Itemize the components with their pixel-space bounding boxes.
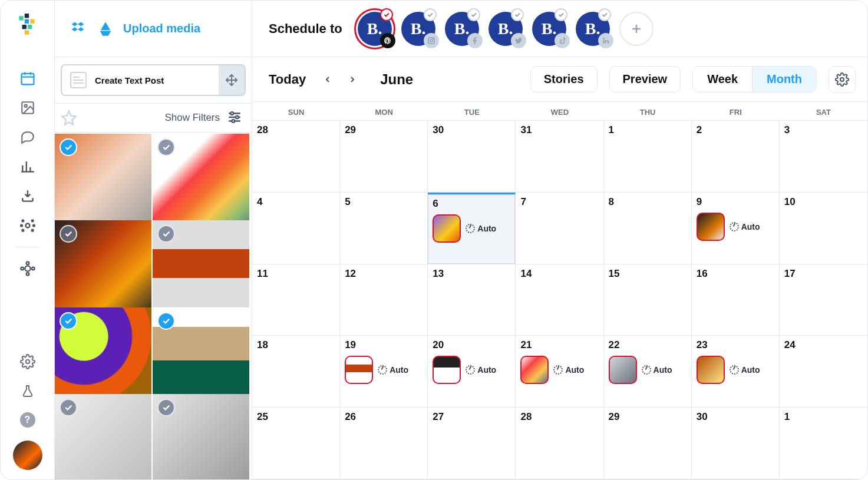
day-number: 24 [784,339,863,351]
scheduled-post[interactable]: Auto [520,356,598,384]
calendar-cell[interactable]: 31 [516,121,603,193]
nav-media-icon[interactable] [19,100,36,116]
nav-linkinbio-icon[interactable] [19,217,36,234]
social-account-facebook[interactable]: B. [445,12,479,46]
media-select-check-icon[interactable] [157,225,175,243]
scheduled-post[interactable]: Auto [609,356,687,384]
dropbox-icon[interactable] [69,19,88,38]
calendar-cell[interactable]: 20Auto [428,336,516,408]
app-logo[interactable] [14,11,41,38]
media-library-item[interactable] [153,220,249,317]
media-select-check-icon[interactable] [60,225,77,243]
social-account-pinterest[interactable]: B. [358,12,392,46]
calendar-settings-button[interactable] [829,66,856,93]
scheduled-post[interactable]: Auto [433,214,510,243]
nav-calendar-icon[interactable] [19,70,36,87]
scheduled-post[interactable]: Auto [697,213,774,241]
media-library-item[interactable] [55,307,151,404]
calendar-cell[interactable]: 4 [252,193,340,264]
scheduled-post[interactable]: Auto [345,356,423,384]
create-text-post-button[interactable]: Create Text Post [61,64,246,96]
google-drive-icon[interactable] [96,19,115,38]
preview-button[interactable]: Preview [609,66,681,92]
calendar-cell[interactable]: 6Auto [428,193,516,264]
calendar-cell[interactable]: 13 [428,264,516,336]
media-library-item[interactable] [55,394,151,479]
calendar-cell[interactable]: 25 [252,408,340,479]
view-month-button[interactable]: Month [753,67,816,92]
nav-help-icon[interactable]: ? [20,412,35,428]
calendar-cell[interactable]: 1 [780,408,867,479]
calendar-cell[interactable]: 28 [252,121,340,193]
today-button[interactable]: Today [269,72,306,87]
day-number: 22 [609,339,687,351]
media-library-item[interactable] [55,220,151,317]
scheduled-post[interactable]: Auto [433,356,510,384]
social-account-instagram[interactable]: B. [401,12,435,46]
nav-settings-icon[interactable] [19,353,36,370]
calendar-cell[interactable]: 28 [516,408,603,479]
favorites-star-icon[interactable] [61,110,77,126]
calendar-cell[interactable]: 26 [340,408,428,479]
show-filters-button[interactable]: Show Filters [164,112,220,124]
media-select-check-icon[interactable] [157,138,175,156]
nav-collect-icon[interactable] [19,188,36,204]
calendar-cell[interactable]: 8 [604,193,692,264]
calendar-cell[interactable]: 2 [692,121,780,193]
day-number: 16 [697,268,774,280]
user-avatar[interactable] [13,441,42,470]
nav-analytics-icon[interactable] [19,158,36,175]
upload-media-button[interactable]: Upload media [123,22,200,35]
calendar-cell[interactable]: 5 [340,193,428,264]
calendar-cell[interactable]: 30 [692,408,780,479]
media-select-check-icon[interactable] [157,399,175,416]
media-select-check-icon[interactable] [157,312,175,330]
calendar-cell[interactable]: 15 [604,264,692,336]
calendar-cell[interactable]: 29 [340,121,428,193]
calendar-cell[interactable]: 18 [252,336,340,408]
calendar-cell[interactable]: 19Auto [340,336,428,408]
nav-labs-icon[interactable] [19,383,36,399]
calendar-cell[interactable]: 1 [604,121,692,193]
stories-button[interactable]: Stories [530,66,598,92]
calendar-cell[interactable]: 10 [780,193,867,264]
media-library-item[interactable] [153,307,249,404]
calendar-cell[interactable]: 7 [516,193,603,264]
drag-handle-icon[interactable] [219,65,245,95]
media-library-item[interactable] [153,394,249,479]
social-account-tiktok[interactable]: B. [532,12,566,46]
svg-point-27 [430,39,433,42]
calendar-cell[interactable]: 12 [340,264,428,336]
view-week-button[interactable]: Week [693,67,753,92]
calendar-cell[interactable]: 27 [428,408,516,479]
scheduled-post[interactable]: Auto [697,356,774,384]
nav-conversations-icon[interactable] [19,129,36,145]
calendar-cell[interactable]: 17 [780,264,867,336]
media-select-check-icon[interactable] [60,312,77,330]
calendar-cell[interactable]: 29 [604,408,692,479]
nav-groups-icon[interactable] [19,260,36,277]
media-select-check-icon[interactable] [60,399,77,416]
social-account-twitter[interactable]: B. [489,12,523,46]
add-account-button[interactable] [619,12,654,46]
prev-month-button[interactable] [318,69,338,90]
calendar-cell[interactable]: 3 [780,121,867,193]
media-select-check-icon[interactable] [60,138,77,156]
calendar-cell[interactable]: 9Auto [692,193,780,264]
day-number: 29 [345,124,423,136]
calendar-cell[interactable]: 14 [516,264,603,336]
media-library-item[interactable] [55,134,151,230]
calendar-cell[interactable]: 16 [692,264,780,336]
calendar-cell[interactable]: 23Auto [692,336,780,408]
calendar-cell[interactable]: 22Auto [604,336,692,408]
day-number: 17 [784,268,863,280]
calendar-cell[interactable]: 30 [428,121,516,193]
svg-point-12 [31,220,33,221]
filter-sliders-icon[interactable] [227,110,243,126]
media-library-item[interactable] [153,134,249,230]
social-account-linkedin[interactable]: B. [576,12,610,46]
next-month-button[interactable] [342,69,362,90]
calendar-cell[interactable]: 11 [252,264,340,336]
calendar-cell[interactable]: 24 [780,336,867,408]
calendar-cell[interactable]: 21Auto [516,336,603,408]
